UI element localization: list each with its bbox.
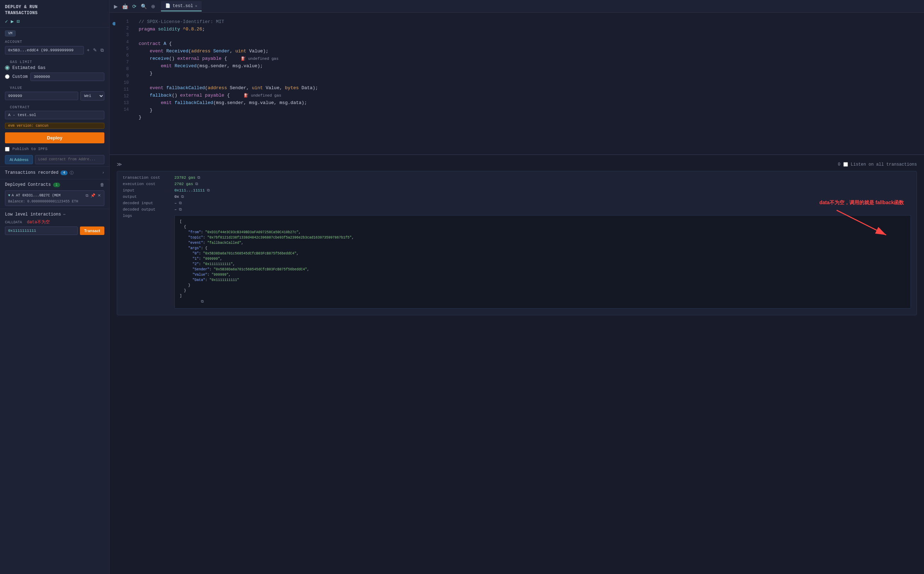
copy-account-button[interactable]: ⧉ bbox=[100, 47, 104, 54]
output-key: output bbox=[123, 195, 169, 199]
copy-exec-cost-icon[interactable]: ⧉ bbox=[195, 182, 198, 186]
calldata-input[interactable]: 0x1111111111 bbox=[5, 227, 78, 235]
low-level-header: Low level interactions ⋯ bbox=[5, 212, 104, 217]
account-select[interactable]: 0x5B3...eddC4 (99.9999999999 bbox=[5, 46, 84, 55]
main-area: ▶ 🤖 ⟳ 🔍 ⊕ 📄 test.sol ✕ 12345678910111213… bbox=[110, 0, 924, 574]
logs-row: logs data不为空，调用的就是 fallback函数 [ { " bbox=[123, 214, 911, 309]
tab-icons: ▶ 🤖 ⟳ 🔍 ⊕ bbox=[112, 3, 157, 10]
value-input[interactable]: 999999 bbox=[5, 91, 78, 100]
calldata-row: 0x1111111111 Transact bbox=[5, 227, 104, 235]
close-instance-button[interactable]: ✕ bbox=[97, 193, 101, 198]
zoom-out-button[interactable]: 🔍 bbox=[139, 3, 148, 10]
deployed-count-badge: 1 bbox=[53, 183, 60, 187]
tx-count-badge: 4 bbox=[60, 170, 68, 175]
copy-logs-icon[interactable]: ⧉ bbox=[201, 300, 204, 304]
gas-limit-label: GAS LIMIT bbox=[5, 58, 104, 65]
zoom-in-button[interactable]: ⊕ bbox=[150, 3, 157, 10]
tx-cost-value: 23782 gas ⧉ bbox=[175, 175, 200, 180]
test-sol-tab[interactable]: 📄 test.sol ✕ bbox=[161, 1, 201, 11]
tx-recorded-label: Transactions recorded bbox=[5, 170, 58, 175]
output-row: output 0x ⧉ bbox=[123, 195, 911, 199]
deployed-header: Deployed Contracts 1 🗑 bbox=[5, 182, 104, 188]
balance-row: Balance: 0.000000000001123455 ETH bbox=[8, 200, 101, 203]
copy-decoded-input-icon[interactable]: ⧉ bbox=[179, 201, 182, 205]
file-icon: 📄 bbox=[165, 3, 170, 8]
tx-cost-row: transaction cost 23782 gas ⧉ bbox=[123, 175, 911, 180]
deployed-label: Deployed Contracts bbox=[5, 182, 51, 187]
output-value: 0x ⧉ bbox=[175, 195, 184, 199]
estimated-gas-row: Estimated Gas bbox=[5, 65, 104, 71]
publish-checkbox[interactable] bbox=[5, 147, 9, 151]
tx-log-header: ≫ 0 Listen on all transactions bbox=[117, 159, 917, 171]
check-icon[interactable]: ✓ bbox=[5, 18, 8, 24]
custom-gas-row: Custom 3000000 bbox=[5, 73, 104, 81]
copy-output-icon[interactable]: ⧉ bbox=[181, 195, 184, 199]
calldata-label: CALLDATA data不为空 bbox=[5, 219, 104, 225]
logs-json: [ { "from": "0xD31f44e3C93cB349BD3aFA097… bbox=[175, 215, 911, 309]
evm-badge: evm version: cancun bbox=[5, 123, 104, 129]
chevron-down-icon[interactable]: ▼ bbox=[8, 194, 10, 197]
load-contract-input[interactable] bbox=[35, 155, 104, 164]
estimated-gas-label: Estimated Gas bbox=[13, 65, 46, 71]
add-account-button[interactable]: + bbox=[86, 47, 90, 54]
listen-count: 0 bbox=[838, 162, 841, 167]
sidebar-title: DEPLOY & RUN TRANSACTIONS bbox=[5, 4, 104, 16]
low-level-interactions: Low level interactions ⋯ CALLDATA data不为… bbox=[0, 209, 109, 238]
refresh-icon-button[interactable]: ⟳ bbox=[131, 3, 138, 10]
listen-row: 0 Listen on all transactions bbox=[838, 162, 917, 167]
account-row: 0x5B3...eddC4 (99.9999999999 + ✎ ⧉ bbox=[0, 45, 109, 57]
robot-icon-button[interactable]: 🤖 bbox=[121, 3, 129, 10]
info-icon[interactable]: ⓘ bbox=[70, 170, 74, 175]
contract-select[interactable]: A - test.sol bbox=[5, 111, 104, 119]
exec-cost-key: execution cost bbox=[123, 182, 169, 186]
publish-label: Publish to IPFS bbox=[13, 147, 47, 151]
logs-key: logs bbox=[123, 214, 169, 218]
play-icon[interactable]: ▶ bbox=[11, 18, 13, 24]
header-actions: ✓ ▶ ⊡ bbox=[5, 18, 104, 24]
custom-gas-radio[interactable] bbox=[5, 74, 9, 79]
annotation-text: data不为空，调用的就是 fallback函数 bbox=[819, 200, 904, 206]
low-level-info-icon[interactable]: ⋯ bbox=[63, 212, 65, 216]
value-section: VALUE 999999 Wei Gwei Ether bbox=[0, 82, 109, 102]
listen-checkbox[interactable] bbox=[843, 162, 848, 167]
copy-decoded-output-icon[interactable]: ⧉ bbox=[179, 207, 182, 211]
pin-instance-button[interactable]: 📌 bbox=[90, 193, 96, 198]
decoded-output-row: decoded output – ⧉ bbox=[123, 207, 911, 211]
low-level-label: Low level interactions bbox=[5, 212, 61, 217]
copy-tx-cost-icon[interactable]: ⧉ bbox=[197, 175, 200, 180]
contract-instance-header: ▼ A AT 0XD31...0B27C (MEM ⧉ 📌 ✕ bbox=[8, 193, 101, 198]
input-row: input 0x111...11111 ⧉ bbox=[123, 188, 911, 192]
transact-button[interactable]: Transact bbox=[80, 227, 104, 235]
listen-label: Listen on all transactions bbox=[851, 162, 917, 167]
value-row: 999999 Wei Gwei Ether bbox=[5, 91, 104, 101]
publish-row: Publish to IPFS bbox=[0, 145, 109, 153]
calldata-annotation: data不为空 bbox=[27, 220, 50, 225]
tx-log-area: ≫ 0 Listen on all transactions transacti… bbox=[110, 154, 924, 574]
edit-account-button[interactable]: ✎ bbox=[92, 47, 98, 54]
settings-icon[interactable]: ⊡ bbox=[17, 18, 19, 24]
trash-icon[interactable]: 🗑 bbox=[100, 182, 104, 188]
copy-input-icon[interactable]: ⧉ bbox=[207, 188, 210, 192]
decoded-input-key: decoded input bbox=[123, 201, 169, 205]
copy-instance-button[interactable]: ⧉ bbox=[85, 193, 89, 198]
line-numbers: 1234567891011121314 bbox=[115, 13, 133, 119]
value-label: VALUE bbox=[5, 84, 104, 91]
transactions-recorded[interactable]: Transactions recorded 4 ⓘ › bbox=[0, 166, 109, 179]
at-address-button[interactable]: At Address bbox=[5, 155, 33, 164]
run-icon-button[interactable]: ▶ bbox=[112, 3, 119, 10]
deploy-button[interactable]: Deploy bbox=[5, 132, 104, 144]
decoded-output-key: decoded output bbox=[123, 207, 169, 211]
estimated-gas-radio[interactable] bbox=[5, 65, 9, 70]
code-content[interactable]: // SPDX-License-Identifier: MIT pragma s… bbox=[133, 13, 324, 127]
deployed-contracts: Deployed Contracts 1 🗑 ▼ A AT 0XD31...0B… bbox=[0, 179, 109, 209]
custom-gas-input[interactable]: 3000000 bbox=[30, 73, 104, 81]
collapse-icon[interactable]: ≫ bbox=[117, 161, 122, 167]
tab-name: test.sol bbox=[173, 3, 193, 8]
contract-instance-title: A AT 0XD31...0B27C (MEM bbox=[12, 194, 84, 197]
tx-cost-key: transaction cost bbox=[123, 175, 169, 180]
unit-select[interactable]: Wei Gwei Ether bbox=[80, 91, 104, 101]
sidebar-header: DEPLOY & RUN TRANSACTIONS ✓ ▶ ⊡ bbox=[0, 0, 109, 28]
decoded-output-value: – ⧉ bbox=[175, 207, 182, 211]
account-label: ACCOUNT bbox=[0, 38, 109, 45]
tab-close-icon[interactable]: ✕ bbox=[195, 4, 197, 8]
